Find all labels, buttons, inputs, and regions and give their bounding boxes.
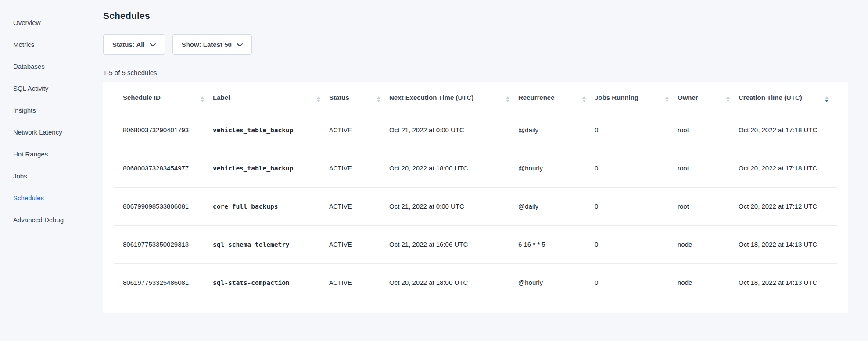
sidebar-item-advanced-debug[interactable]: Advanced Debug — [13, 216, 101, 224]
chevron-down-icon — [237, 43, 243, 47]
schedule-id-cell: 806197753350029313 — [114, 226, 213, 264]
schedules-table-card: Schedule ID Label Status — [103, 82, 848, 313]
schedule-id-cell: 806800373283454977 — [114, 149, 213, 188]
status-cell: ACTIVE — [329, 226, 389, 264]
show-filter-label: Show: Latest 50 — [182, 41, 232, 48]
next-execution-cell: Oct 21, 2022 at 16:06 UTC — [389, 226, 518, 264]
recurrence-cell: 6 16 * * 5 — [518, 226, 595, 264]
column-header-creation-time[interactable]: Creation Time (UTC) — [739, 82, 837, 111]
sort-icon[interactable] — [582, 96, 586, 102]
table-header-row: Schedule ID Label Status — [114, 82, 837, 111]
sort-icon[interactable] — [726, 96, 730, 102]
creation-time-cell: Oct 20, 2022 at 17:18 UTC — [739, 111, 837, 149]
status-cell: ACTIVE — [329, 188, 389, 226]
owner-cell: node — [678, 226, 739, 264]
owner-cell: root — [678, 188, 739, 226]
sidebar-item-insights[interactable]: Insights — [13, 106, 101, 115]
jobs-running-cell: 0 — [595, 111, 678, 149]
sort-icon-active-desc[interactable] — [825, 96, 829, 102]
schedule-label-cell: sql-schema-telemetry — [213, 226, 329, 264]
schedule-label-cell: sql-stats-compaction — [213, 264, 329, 302]
next-execution-cell: Oct 20, 2022 at 18:00 UTC — [389, 264, 518, 302]
sidebar-item-network-latency[interactable]: Network Latency — [13, 128, 101, 137]
creation-time-cell: Oct 20, 2022 at 17:18 UTC — [739, 149, 837, 188]
status-cell: ACTIVE — [329, 111, 389, 149]
schedules-table: Schedule ID Label Status — [114, 82, 837, 302]
table-row: 806800373283454977 vehicles_table_backup… — [114, 149, 837, 188]
schedule-id-cell: 806197753325486081 — [114, 264, 213, 302]
column-header-owner[interactable]: Owner — [678, 82, 739, 111]
sort-icon[interactable] — [506, 96, 509, 102]
status-filter-label: Status: All — [112, 41, 145, 48]
creation-time-cell: Oct 18, 2022 at 14:13 UTC — [739, 226, 837, 264]
recurrence-cell: @daily — [518, 111, 595, 149]
sidebar-item-overview[interactable]: Overview — [13, 18, 101, 27]
table-row: 806197753350029313 sql-schema-telemetry … — [114, 226, 837, 264]
next-execution-cell: Oct 21, 2022 at 0:00 UTC — [389, 188, 518, 226]
status-cell: ACTIVE — [329, 149, 389, 188]
sidebar-item-schedules[interactable]: Schedules — [13, 194, 101, 202]
schedule-id-cell: 806800373290401793 — [114, 111, 213, 149]
column-header-label[interactable]: Label — [213, 82, 329, 111]
creation-time-cell: Oct 18, 2022 at 14:13 UTC — [739, 264, 837, 302]
schedule-label-cell: vehicles_table_backup — [213, 111, 329, 149]
sort-icon[interactable] — [665, 96, 669, 102]
jobs-running-cell: 0 — [595, 226, 678, 264]
sidebar-item-metrics[interactable]: Metrics — [13, 40, 101, 49]
table-row: 806799098533806081 core_full_backups ACT… — [114, 188, 837, 226]
next-execution-cell: Oct 21, 2022 at 0:00 UTC — [389, 111, 518, 149]
next-execution-cell: Oct 20, 2022 at 18:00 UTC — [389, 149, 518, 188]
owner-cell: root — [678, 149, 739, 188]
jobs-running-cell: 0 — [595, 188, 678, 226]
recurrence-cell: @daily — [518, 188, 595, 226]
sidebar: Overview Metrics Databases SQL Activity … — [0, 0, 101, 341]
table-row: 806197753325486081 sql-stats-compaction … — [114, 264, 837, 302]
schedules-page: Schedules Status: All Show: Latest 50 1-… — [103, 0, 848, 313]
sidebar-item-sql-activity[interactable]: SQL Activity — [13, 84, 101, 93]
column-header-schedule-id[interactable]: Schedule ID — [114, 82, 213, 111]
owner-cell: root — [678, 111, 739, 149]
sidebar-item-jobs[interactable]: Jobs — [13, 172, 101, 181]
show-filter-dropdown[interactable]: Show: Latest 50 — [172, 34, 252, 55]
chevron-down-icon — [150, 43, 156, 47]
schedule-label-cell: core_full_backups — [213, 188, 329, 226]
status-cell: ACTIVE — [329, 264, 389, 302]
recurrence-cell: @hourly — [518, 149, 595, 188]
status-filter-dropdown[interactable]: Status: All — [103, 34, 165, 55]
sidebar-item-hot-ranges[interactable]: Hot Ranges — [13, 150, 101, 159]
column-header-recurrence[interactable]: Recurrence — [518, 82, 595, 111]
results-summary: 1-5 of 5 schedules — [103, 68, 848, 77]
table-row: 806800373290401793 vehicles_table_backup… — [114, 111, 837, 149]
schedule-id-cell: 806799098533806081 — [114, 188, 213, 226]
sort-icon[interactable] — [317, 96, 320, 102]
schedule-label-cell: vehicles_table_backup — [213, 149, 329, 188]
column-header-next-execution-time[interactable]: Next Execution Time (UTC) — [389, 82, 518, 111]
sort-icon[interactable] — [201, 96, 204, 102]
filter-bar: Status: All Show: Latest 50 — [103, 34, 848, 55]
owner-cell: node — [678, 264, 739, 302]
recurrence-cell: @hourly — [518, 264, 595, 302]
page-title: Schedules — [103, 11, 848, 21]
sidebar-item-databases[interactable]: Databases — [13, 62, 101, 71]
jobs-running-cell: 0 — [595, 149, 678, 188]
column-header-status[interactable]: Status — [329, 82, 389, 111]
creation-time-cell: Oct 20, 2022 at 17:12 UTC — [739, 188, 837, 226]
column-header-jobs-running[interactable]: Jobs Running — [595, 82, 678, 111]
sort-icon[interactable] — [377, 96, 380, 102]
jobs-running-cell: 0 — [595, 264, 678, 302]
